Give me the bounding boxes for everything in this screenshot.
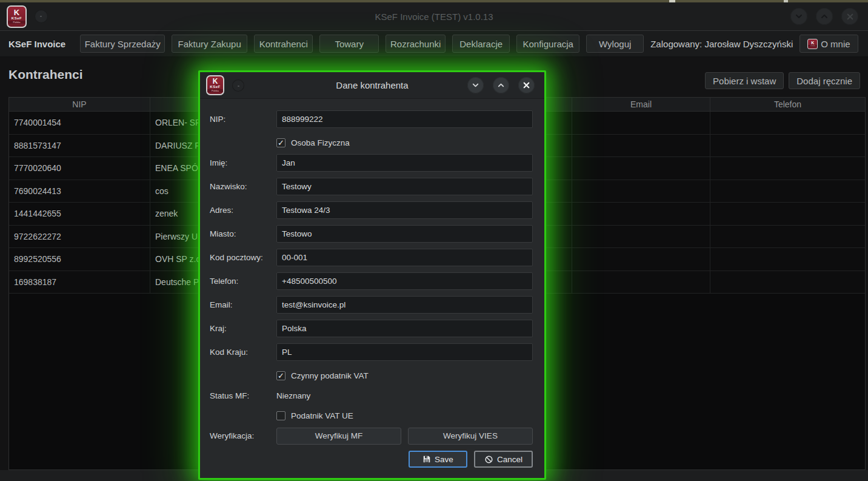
cell-email xyxy=(572,203,710,225)
status-mf-label: Status MF: xyxy=(210,391,276,400)
nip-input[interactable] xyxy=(276,110,533,128)
app-brand: KSeF Invoice xyxy=(8,39,65,49)
adres-input[interactable] xyxy=(276,201,533,219)
ksef-logo-icon[interactable]: K KSeF Polska xyxy=(206,75,224,95)
cancel-button[interactable]: Cancel xyxy=(474,451,533,468)
kod-pocztowy-label: Kod pocztowy: xyxy=(210,253,276,262)
header-telefon[interactable]: Telefon xyxy=(710,98,865,111)
nav-deklaracje[interactable]: Deklaracje xyxy=(452,35,510,53)
cell-nip: 169838187 xyxy=(9,271,150,294)
window-menu-button[interactable] xyxy=(232,79,244,92)
kraj-input[interactable] xyxy=(276,320,533,337)
cell-email xyxy=(572,157,710,180)
cell-telefon xyxy=(710,180,865,203)
cell-telefon xyxy=(710,248,865,271)
cell-nip: 8881573147 xyxy=(9,135,150,157)
contractor-dialog: K KSeF Polska Dane kontrahenta NIP: ✓ Os… xyxy=(198,70,546,480)
verify-mf-button[interactable]: Weryfikuj MF xyxy=(276,428,401,445)
check-icon: ✓ xyxy=(278,139,284,147)
cell-nip: 1441442655 xyxy=(9,203,150,225)
verify-vies-button[interactable]: Weryfikuj VIES xyxy=(408,428,533,445)
cell-email xyxy=(572,135,710,157)
osoba-fizyczna-label: Osoba Fizyczna xyxy=(291,138,350,147)
kod-kraju-input[interactable] xyxy=(276,343,533,361)
status-mf-value: Nieznany xyxy=(276,391,310,400)
osoba-fizyczna-checkbox[interactable]: ✓ xyxy=(276,138,285,147)
email-label: Email: xyxy=(210,300,276,309)
miasto-label: Miasto: xyxy=(210,229,276,238)
cell-telefon xyxy=(710,135,865,157)
about-me-button[interactable]: K Polska O mnie xyxy=(800,35,858,53)
cell-email xyxy=(572,271,710,294)
kod-kraju-label: Kod Kraju: xyxy=(210,348,276,357)
cell-telefon xyxy=(710,271,865,294)
nav-rozrachunki[interactable]: Rozrachunki xyxy=(386,35,446,53)
logo-text: KSeF xyxy=(12,16,22,21)
email-input[interactable] xyxy=(276,296,533,314)
miasto-input[interactable] xyxy=(276,225,533,243)
cell-telefon xyxy=(710,112,865,134)
save-icon xyxy=(422,455,431,463)
logged-in-user: Zalogowany: Jarosław Dyszczyński xyxy=(650,39,793,49)
save-label: Save xyxy=(435,455,453,464)
minimize-icon[interactable] xyxy=(790,8,807,25)
page-title: Kontrahenci xyxy=(8,67,83,82)
dialog-titlebar: K KSeF Polska Dane kontrahenta xyxy=(200,72,544,99)
close-icon[interactable] xyxy=(518,77,535,93)
cell-email xyxy=(572,226,710,248)
cell-nip: 8992520556 xyxy=(9,248,150,271)
logout-button[interactable]: Wyloguj xyxy=(586,35,644,53)
maximize-icon[interactable] xyxy=(816,8,833,25)
cell-email xyxy=(572,180,710,203)
nav-towary[interactable]: Towary xyxy=(319,35,379,53)
nazwisko-label: Nazwisko: xyxy=(210,182,276,191)
window-title: KSeF Invoice (TEST) v1.0.13 xyxy=(0,12,868,22)
cell-telefon xyxy=(710,157,865,180)
cancel-label: Cancel xyxy=(497,455,522,464)
add-manually-button[interactable]: Dodaj ręcznie xyxy=(789,72,860,89)
czynny-vat-checkbox[interactable]: ✓ xyxy=(276,371,285,380)
weryfikacja-label: Weryfikacja: xyxy=(210,431,276,440)
close-icon[interactable] xyxy=(841,8,858,25)
imie-input[interactable] xyxy=(276,154,533,172)
fetch-insert-button[interactable]: Pobierz i wstaw xyxy=(705,72,784,89)
logo-subtext: Polska xyxy=(8,21,25,24)
cell-email xyxy=(572,248,710,271)
cell-nip: 7740001454 xyxy=(9,112,150,134)
cancel-icon xyxy=(484,455,493,464)
telefon-input[interactable] xyxy=(276,272,533,290)
cell-nip: 7770020640 xyxy=(9,157,150,180)
about-me-label: O mnie xyxy=(821,39,850,49)
ksef-logo-icon[interactable]: K KSeF Polska xyxy=(7,5,27,28)
nazwisko-input[interactable] xyxy=(276,178,533,195)
kraj-label: Kraj: xyxy=(210,324,276,333)
czynny-vat-label: Czynny podatnik VAT xyxy=(291,371,369,380)
main-navbar: KSeF Invoice Faktury Sprzedaży Faktury Z… xyxy=(0,30,868,57)
cell-nip: 7690024413 xyxy=(9,180,150,203)
telefon-label: Telefon: xyxy=(210,277,276,286)
cell-nip: 9722622272 xyxy=(9,226,150,248)
kod-pocztowy-input[interactable] xyxy=(276,249,533,266)
adres-label: Adres: xyxy=(210,206,276,215)
vat-ue-checkbox[interactable]: ✓ xyxy=(276,411,285,420)
maximize-icon[interactable] xyxy=(493,77,509,93)
header-nip[interactable]: NIP xyxy=(9,98,150,111)
main-titlebar: K KSeF Polska KSeF Invoice (TEST) v1.0.1… xyxy=(0,2,868,30)
save-button[interactable]: Save xyxy=(409,451,467,468)
cell-email xyxy=(572,112,710,134)
nip-label: NIP: xyxy=(210,115,276,124)
minimize-icon[interactable] xyxy=(467,77,484,93)
imie-label: Imię: xyxy=(210,158,276,167)
header-email[interactable]: Email xyxy=(572,98,710,111)
nav-kontrahenci[interactable]: Kontrahenci xyxy=(254,35,313,53)
vat-ue-label: Podatnik VAT UE xyxy=(291,411,353,420)
check-icon: ✓ xyxy=(278,372,284,380)
cell-telefon xyxy=(710,226,865,248)
nav-faktury-zakupu[interactable]: Faktury Zakupu xyxy=(172,35,247,53)
window-menu-button[interactable] xyxy=(35,10,48,23)
nav-faktury-sprzedazy[interactable]: Faktury Sprzedaży xyxy=(80,35,165,53)
cell-telefon xyxy=(710,203,865,225)
nav-konfiguracja[interactable]: Konfiguracja xyxy=(516,35,579,53)
ksef-mini-icon: K Polska xyxy=(807,39,818,49)
logo-letter: K xyxy=(14,9,19,16)
